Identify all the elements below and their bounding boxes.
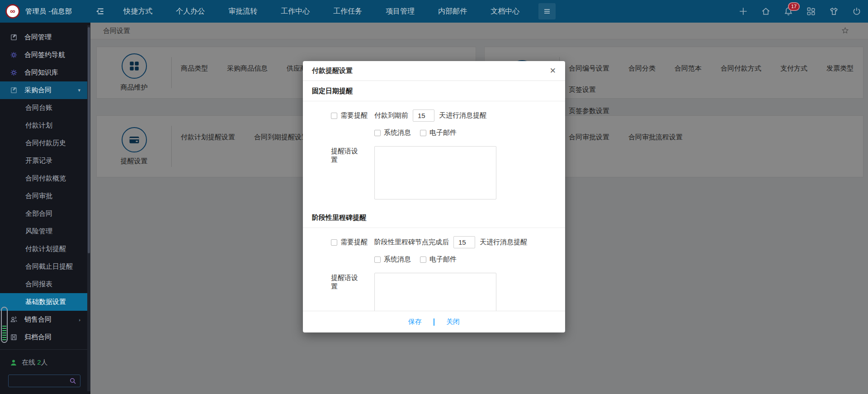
notifications-bell-icon[interactable]: 17: [783, 6, 793, 16]
online-status: 在线 2人: [10, 358, 48, 367]
system-message-checkbox[interactable]: [374, 256, 381, 263]
add-icon[interactable]: [738, 6, 748, 16]
nav-work-center[interactable]: 工作中心: [281, 7, 310, 16]
gear-icon: [10, 51, 18, 59]
nav-personal-office[interactable]: 个人办公: [176, 7, 205, 16]
top-nav: 快捷方式 个人办公 审批流转 工作中心 工作任务 项目管理 内部邮件 文档中心: [123, 7, 519, 16]
notification-count-badge: 17: [788, 2, 800, 11]
chevron-right-icon: ›: [79, 317, 80, 323]
sidebar-item-purchase-contract[interactable]: 采购合同 ▾: [0, 81, 90, 99]
sidebar-item-label: 销售合同: [24, 315, 52, 324]
sidebar-item-sign-nav[interactable]: 合同签约导航: [0, 46, 90, 64]
days-before-input[interactable]: [413, 109, 434, 122]
power-logout-icon[interactable]: [852, 6, 862, 16]
close-button[interactable]: 关闭: [446, 318, 460, 326]
sidebar-item-label: 合同知识库: [24, 68, 58, 77]
sidebar-sub-contract-approval[interactable]: 合同审批: [0, 187, 90, 205]
sidebar-sub-risk-mgmt[interactable]: 风险管理: [0, 223, 90, 240]
divider: [0, 349, 90, 350]
home-icon[interactable]: [761, 6, 771, 16]
search-icon[interactable]: [69, 377, 76, 385]
sidebar-item-archived-contract[interactable]: 归档合同: [0, 328, 90, 346]
chevron-down-icon: ▾: [78, 87, 80, 93]
current-user-label: 管理员 -信息部: [25, 7, 72, 16]
sidebar-item-knowledge-base[interactable]: 合同知识库: [0, 64, 90, 81]
level-indicator: [1, 307, 8, 343]
sidebar-sub-base-data-settings[interactable]: 基础数据设置: [0, 293, 90, 311]
sidebar-item-label: 归档合同: [24, 333, 52, 342]
sidebar-sub-contract-report[interactable]: 合同报表: [0, 275, 90, 293]
document-edit-icon: [10, 33, 18, 41]
sidebar-sub-payment-history[interactable]: 合同付款历史: [0, 134, 90, 152]
sidebar-sub-ledger[interactable]: 合同台账: [0, 99, 90, 117]
gear-icon: [10, 69, 18, 76]
people-icon: [10, 316, 18, 323]
section-heading-milestone: 阶段性里程碑提醒: [303, 208, 565, 228]
apps-grid-icon[interactable]: [806, 6, 816, 16]
sidebar-item-contract-mgmt[interactable]: 合同管理: [0, 28, 90, 46]
need-reminder-checkbox[interactable]: [331, 239, 337, 246]
reminder-text-area[interactable]: [374, 273, 496, 311]
email-checkbox[interactable]: [420, 256, 426, 263]
app-logo-icon: ∞: [5, 4, 20, 19]
sidebar-item-sales-contract[interactable]: 销售合同 ›: [0, 311, 90, 328]
nav-approval-flow[interactable]: 审批流转: [228, 7, 257, 16]
document-edit-icon: [10, 86, 18, 94]
close-icon[interactable]: ✕: [550, 67, 556, 75]
days-after-input[interactable]: [453, 236, 475, 248]
online-count: 2: [37, 358, 41, 366]
dialog-title: 付款提醒设置: [312, 66, 353, 75]
sidebar-sub-payment-plan[interactable]: 付款计划: [0, 117, 90, 134]
sidebar-item-label: 合同签约导航: [24, 51, 65, 59]
reminder-text-area[interactable]: [374, 146, 496, 199]
sidebar: 合同管理 合同签约导航 合同知识库 采购合同 ▾ 合同台账 付款计划 合同付款历…: [0, 23, 90, 394]
online-user-icon: [10, 359, 17, 366]
nav-shortcuts[interactable]: 快捷方式: [123, 7, 152, 16]
nav-work-tasks[interactable]: 工作任务: [333, 7, 362, 16]
nav-internal-mail[interactable]: 内部邮件: [438, 7, 467, 16]
sidebar-collapse-icon[interactable]: [95, 6, 105, 16]
archive-save-icon: [10, 333, 18, 341]
sidebar-sub-payment-plan-reminder[interactable]: 付款计划提醒: [0, 240, 90, 258]
nav-project-mgmt[interactable]: 项目管理: [386, 7, 415, 16]
sidebar-sub-deadline-reminder[interactable]: 合同截止日提醒: [0, 258, 90, 275]
sidebar-sub-all-contracts[interactable]: 全部合同: [0, 205, 90, 223]
nav-doc-center[interactable]: 文档中心: [491, 7, 519, 16]
sidebar-search: [8, 375, 80, 387]
sidebar-item-label: 合同管理: [24, 33, 52, 42]
more-menu-icon[interactable]: [538, 3, 556, 19]
section-heading-fixed-date: 固定日期提醒: [303, 81, 565, 101]
sidebar-sub-invoice-records[interactable]: 开票记录: [0, 152, 90, 170]
sidebar-item-label: 采购合同: [24, 86, 52, 95]
save-button[interactable]: 保存: [408, 318, 422, 326]
topbar: ∞ 管理员 -信息部 快捷方式 个人办公 审批流转 工作中心 工作任务 项目管理…: [0, 0, 868, 23]
sidebar-scrollbar[interactable]: [87, 25, 90, 391]
system-message-checkbox[interactable]: [374, 130, 381, 136]
divider: [434, 318, 434, 326]
email-checkbox[interactable]: [420, 130, 426, 136]
need-reminder-checkbox[interactable]: [331, 113, 337, 119]
topbar-actions: 17: [738, 0, 862, 23]
sidebar-sub-payment-overview[interactable]: 合同付款概览: [0, 170, 90, 187]
theme-skin-icon[interactable]: [829, 6, 839, 17]
payment-reminder-dialog: 付款提醒设置 ✕ 固定日期提醒 需要提醒 付款到期前 天进行消息提醒 系统消息: [303, 61, 565, 332]
